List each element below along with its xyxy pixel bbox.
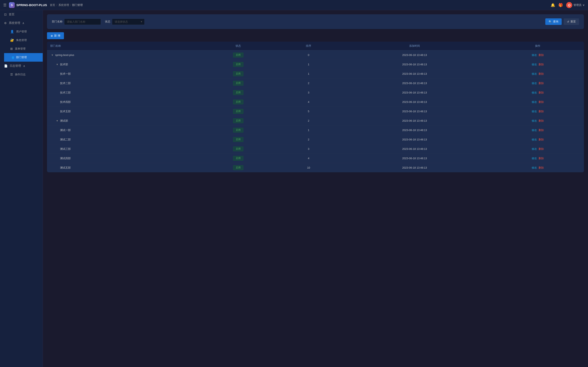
delete-button[interactable]: 删除 bbox=[538, 157, 544, 160]
add-button[interactable]: ⊕ 新 增 bbox=[47, 32, 64, 39]
breadcrumb-sep-2: / bbox=[70, 3, 71, 7]
sidebar-item-dept[interactable]: 👥 部门管理 bbox=[4, 53, 43, 62]
status-badge: 启用 bbox=[233, 118, 243, 123]
delete-button[interactable]: 删除 bbox=[538, 119, 544, 123]
dept-name-text: 技术四部 bbox=[60, 100, 71, 104]
status-badge: 启用 bbox=[233, 165, 243, 170]
edit-button[interactable]: 修改 bbox=[532, 166, 537, 170]
cell-time: 2023-06-18 13:48:13 bbox=[338, 125, 491, 135]
status-badge: 启用 bbox=[233, 109, 243, 114]
table-container: 部门名称 状态 排序 添加时间 操作 ▼spring-boot-plus启用02… bbox=[47, 42, 584, 172]
cell-time: 2023-06-18 13:48:13 bbox=[338, 144, 491, 154]
edit-button[interactable]: 修改 bbox=[532, 53, 537, 57]
delete-button[interactable]: 删除 bbox=[538, 128, 544, 132]
sidebar-item-home-label: 首页 bbox=[9, 13, 39, 16]
search-actions: 🔍 查询 ↺ 重置 bbox=[545, 18, 579, 25]
sidebar-item-user[interactable]: 👤 用户管理 bbox=[4, 27, 43, 36]
edit-button[interactable]: 修改 bbox=[532, 147, 537, 151]
cell-status: 启用 bbox=[197, 60, 280, 69]
cell-order: 2 bbox=[280, 116, 338, 125]
add-label: 新 增 bbox=[54, 34, 60, 38]
edit-button[interactable]: 修改 bbox=[532, 138, 537, 142]
cell-status: 启用 bbox=[197, 107, 280, 116]
expand-button[interactable]: ▼ bbox=[55, 63, 59, 66]
gift-button[interactable]: 🎁 bbox=[558, 3, 563, 7]
hamburger-button[interactable]: ☰ bbox=[3, 3, 7, 7]
delete-button[interactable]: 删除 bbox=[538, 110, 544, 113]
chevron-down-icon: ∨ bbox=[583, 3, 585, 7]
delete-button[interactable]: 删除 bbox=[538, 166, 544, 170]
cell-action: 修改删除 bbox=[491, 107, 584, 116]
expand-button[interactable]: ▼ bbox=[55, 119, 59, 123]
edit-button[interactable]: 修改 bbox=[532, 72, 537, 76]
breadcrumb-current: 部门管理 bbox=[72, 3, 83, 7]
delete-button[interactable]: 删除 bbox=[538, 82, 544, 85]
cell-status: 启用 bbox=[197, 144, 280, 154]
dept-name-input[interactable] bbox=[64, 19, 101, 25]
edit-button[interactable]: 修改 bbox=[532, 110, 537, 113]
sidebar-item-oplog[interactable]: ☰ 操作日志 bbox=[4, 70, 43, 79]
cell-status: 启用 bbox=[197, 69, 280, 79]
sidebar-item-menu[interactable]: ⊞ 菜单管理 bbox=[4, 44, 43, 53]
table-row: 测试三部启用32023-06-18 13:48:13修改删除 bbox=[47, 144, 584, 154]
col-status: 状态 bbox=[197, 42, 280, 50]
edit-button[interactable]: 修改 bbox=[532, 91, 537, 94]
edit-button[interactable]: 修改 bbox=[532, 119, 537, 123]
status-select-wrapper: 请选择状态 启用 禁用 ▼ bbox=[112, 19, 145, 25]
table-row: 技术三部启用32023-06-18 13:48:13修改删除 bbox=[47, 88, 584, 97]
col-dept-name: 部门名称 bbox=[47, 42, 197, 50]
cell-status: 启用 bbox=[197, 79, 280, 88]
edit-button[interactable]: 修改 bbox=[532, 100, 537, 104]
delete-button[interactable]: 删除 bbox=[538, 53, 544, 57]
cell-action: 修改删除 bbox=[491, 135, 584, 144]
cell-time: 2023-06-18 13:48:13 bbox=[338, 135, 491, 144]
query-button[interactable]: 🔍 查询 bbox=[545, 18, 562, 25]
delete-button[interactable]: 删除 bbox=[538, 63, 544, 66]
dept-name-text: 测试二部 bbox=[60, 138, 71, 142]
sidebar-item-oplog-label: 操作日志 bbox=[15, 73, 39, 76]
logo-icon: S bbox=[9, 2, 15, 8]
sidebar-item-log[interactable]: 📄 日志管理 ∧ bbox=[0, 62, 43, 70]
delete-button[interactable]: 删除 bbox=[538, 147, 544, 151]
expand-button[interactable]: ▼ bbox=[50, 53, 54, 57]
edit-button[interactable]: 修改 bbox=[532, 63, 537, 66]
cell-order: 3 bbox=[280, 144, 338, 154]
delete-button[interactable]: 删除 bbox=[538, 100, 544, 104]
home-icon: ⊡ bbox=[4, 13, 7, 16]
breadcrumb-sep-1: / bbox=[56, 3, 57, 7]
delete-button[interactable]: 删除 bbox=[538, 91, 544, 94]
breadcrumb-home[interactable]: 首页 bbox=[50, 3, 55, 7]
sidebar-item-home[interactable]: ⊡ 首页 bbox=[0, 10, 43, 19]
table-row: 测试二部启用22023-06-18 13:48:13修改删除 bbox=[47, 135, 584, 144]
cell-dept-name: 技术三部 bbox=[47, 88, 197, 97]
status-badge: 启用 bbox=[233, 100, 243, 104]
status-select[interactable]: 请选择状态 启用 禁用 bbox=[112, 19, 145, 25]
edit-button[interactable]: 修改 bbox=[532, 128, 537, 132]
delete-button[interactable]: 删除 bbox=[538, 138, 544, 142]
cell-action: 修改删除 bbox=[491, 116, 584, 125]
sidebar-item-role[interactable]: 🔐 角色管理 bbox=[4, 36, 43, 44]
sidebar-item-system[interactable]: ⚙ 系统管理 ∧ bbox=[0, 19, 43, 27]
table-header-row: 部门名称 状态 排序 添加时间 操作 bbox=[47, 42, 584, 50]
dept-name-text: 测试四部 bbox=[60, 157, 71, 160]
cell-time: 2023-06-18 13:48:13 bbox=[338, 60, 491, 69]
breadcrumb-system[interactable]: 系统管理 bbox=[59, 3, 69, 7]
sidebar-item-user-label: 用户管理 bbox=[16, 30, 39, 33]
reset-button[interactable]: ↺ 重置 bbox=[564, 18, 579, 25]
sidebar-item-log-label: 日志管理 bbox=[10, 64, 21, 68]
bell-button[interactable]: 🔔 bbox=[551, 3, 555, 7]
edit-button[interactable]: 修改 bbox=[532, 82, 537, 85]
edit-button[interactable]: 修改 bbox=[532, 157, 537, 160]
status-badge: 启用 bbox=[233, 71, 243, 76]
main-content: 部门名称 状态 请选择状态 启用 禁用 ▼ 🔍 查询 bbox=[43, 10, 588, 367]
delete-button[interactable]: 删除 bbox=[538, 72, 544, 76]
dept-name-text: 技术五部 bbox=[60, 110, 71, 113]
cell-dept-name: ▼spring-boot-plus bbox=[47, 50, 197, 60]
status-badge: 启用 bbox=[233, 156, 243, 161]
table-row: 技术四部启用42023-06-18 13:48:13修改删除 bbox=[47, 97, 584, 107]
dept-name-label: 部门名称 bbox=[52, 20, 62, 24]
cell-dept-name: ▼技术部 bbox=[47, 60, 197, 69]
sidebar-system-sub: 👤 用户管理 🔐 角色管理 ⊞ 菜单管理 👥 部门管理 bbox=[0, 27, 43, 62]
cell-dept-name: ▼测试部 bbox=[47, 116, 197, 125]
user-menu-button[interactable]: ⏻ 管理员 ∨ bbox=[566, 2, 585, 8]
